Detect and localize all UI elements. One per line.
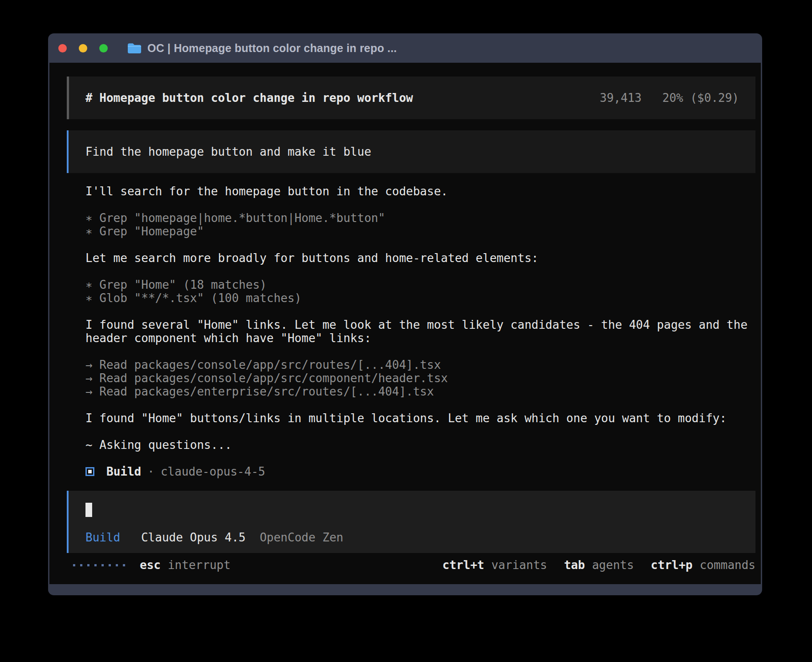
input-provider-label: OpenCode Zen [260, 531, 343, 544]
tool-call-group: ∗ Grep "homepage|home.*button|Home.*butt… [85, 211, 761, 238]
key-combo: ctrl+t [443, 558, 484, 572]
tool-call-read: → Read packages/enterprise/src/routes/[.… [85, 385, 761, 398]
assistant-text: I found several "Home" links. Let me loo… [85, 318, 761, 345]
tool-call-read: → Read packages/console/app/src/componen… [85, 371, 761, 385]
esc-action-label: interrupt [168, 558, 231, 572]
terminal-window: OC | Homepage button color change in rep… [48, 33, 762, 595]
session-title: # Homepage button color change in repo w… [85, 91, 413, 105]
hint-commands: ctrl+p commands [651, 558, 755, 572]
esc-key-hint: esc [140, 558, 161, 572]
key-combo: tab [564, 558, 585, 572]
status-right: ctrl+t variants tab agents ctrl+p comman… [443, 558, 755, 572]
user-message-block: Find the homepage button and make it blu… [67, 130, 755, 173]
hint-variants: ctrl+t variants [443, 558, 547, 572]
tool-call-group: ∗ Grep "Home" (18 matches) ∗ Glob "**/*.… [85, 278, 761, 305]
prompt-input[interactable]: Build Claude Opus 4.5 OpenCode Zen [67, 491, 755, 553]
agent-status-row: Build · claude-opus-4-5 [85, 465, 761, 478]
tool-call-group: → Read packages/console/app/src/routes/[… [85, 358, 761, 398]
key-action: commands [700, 558, 755, 572]
assistant-text: I found "Home" buttons/links in multiple… [85, 412, 761, 425]
tool-call-grep: ∗ Grep "Home" (18 matches) [85, 278, 761, 291]
agent-model: claude-opus-4-5 [161, 465, 265, 478]
zoom-button[interactable] [99, 44, 108, 52]
key-combo: ctrl+p [651, 558, 693, 572]
tool-call-read: → Read packages/console/app/src/routes/[… [85, 358, 761, 371]
input-model-label[interactable]: Claude Opus 4.5 [141, 531, 246, 544]
terminal-content: # Homepage button color change in repo w… [49, 63, 761, 584]
assistant-text: Let me search more broadly for buttons a… [85, 251, 761, 265]
hint-agents: tab agents [564, 558, 634, 572]
assistant-text: I'll search for the homepage button in t… [85, 185, 761, 198]
separator-dot: · [147, 465, 154, 478]
input-agent-label[interactable]: Build [85, 531, 120, 544]
build-agent-icon [85, 467, 94, 476]
session-header: # Homepage button color change in repo w… [67, 77, 755, 119]
conversation-transcript: I'll search for the homepage button in t… [85, 185, 761, 478]
status-bar: esc interrupt ctrl+t variants tab agents… [67, 558, 755, 572]
tool-call-grep: ∗ Grep "homepage|home.*button|Home.*butt… [85, 211, 761, 225]
key-action: agents [592, 558, 634, 572]
session-stats: 39,413 20% ($0.29) [600, 91, 739, 105]
token-count: 39,413 [600, 91, 641, 105]
status-left: esc interrupt [67, 558, 231, 572]
text-cursor [85, 503, 92, 517]
agent-name: Build [106, 465, 141, 478]
tool-call-glob: ∗ Glob "**/*.tsx" (100 matches) [85, 291, 761, 305]
input-meta-row: Build Claude Opus 4.5 OpenCode Zen [85, 531, 755, 544]
folder-icon [127, 42, 142, 54]
spinner-dots-icon [73, 564, 125, 566]
key-action: variants [491, 558, 547, 572]
close-button[interactable] [58, 44, 67, 52]
status-asking-questions: ~ Asking questions... [85, 438, 761, 452]
window-titlebar[interactable]: OC | Homepage button color change in rep… [48, 33, 762, 63]
minimize-button[interactable] [79, 44, 87, 52]
user-message-text: Find the homepage button and make it blu… [85, 145, 371, 158]
context-cost: 20% ($0.29) [662, 91, 739, 105]
tool-call-grep: ∗ Grep "Homepage" [85, 225, 761, 238]
window-title: OC | Homepage button color change in rep… [147, 42, 397, 55]
